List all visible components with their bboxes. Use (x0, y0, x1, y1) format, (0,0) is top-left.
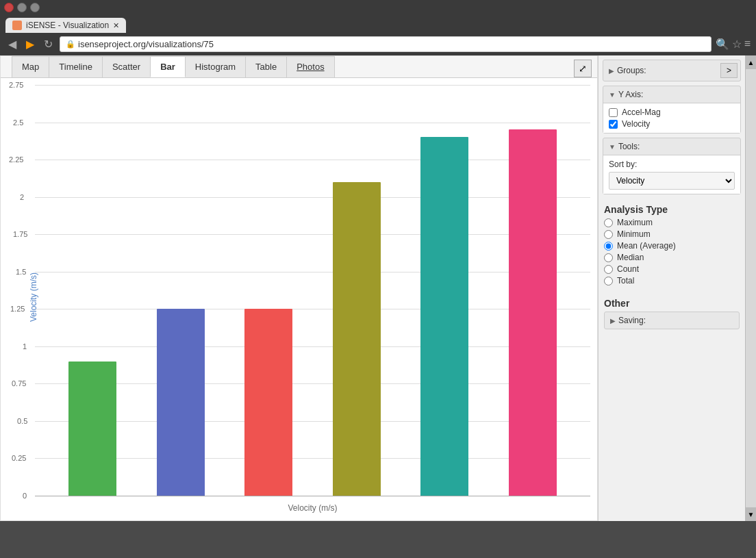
groups-label: Groups: (617, 66, 646, 75)
other-title: Other (604, 298, 740, 309)
radio-count[interactable] (604, 265, 613, 274)
radio-minimum[interactable] (604, 230, 613, 239)
chart-area: Map Timeline Scatter Bar Histogram Table… (0, 55, 598, 521)
tools-header[interactable]: ▼ Tools: (603, 138, 740, 155)
tools-arrow: ▼ (609, 143, 616, 151)
accel-mag-label: Accel-Mag (622, 107, 661, 117)
lock-icon: 🔒 (66, 40, 75, 49)
groups-header[interactable]: ▶ Groups: (603, 62, 718, 79)
tab-timeline[interactable]: Timeline (49, 56, 103, 77)
option-count: Count (604, 264, 740, 274)
tab-favicon (12, 21, 22, 30)
tab-histogram[interactable]: Histogram (185, 56, 246, 77)
scroll-up[interactable]: ▲ (746, 55, 756, 69)
other-section: Other ▶ Saving: (603, 292, 741, 332)
velocity-checkbox[interactable] (609, 120, 618, 129)
bars-container (49, 85, 577, 496)
tab-table[interactable]: Table (245, 56, 287, 77)
maximize-btn[interactable] (30, 3, 40, 12)
velocity-item: Velocity (609, 119, 735, 129)
groups-btn[interactable]: > (720, 63, 738, 78)
x-axis-label: Velocity (m/s) (35, 503, 590, 513)
groups-arrow: ▶ (609, 67, 614, 75)
bookmark-icon[interactable]: ☆ (732, 38, 742, 51)
y-axis-label: Velocity (m/s) (29, 272, 38, 322)
yaxis-label: Y Axis: (618, 90, 643, 99)
yaxis-arrow: ▼ (609, 91, 616, 99)
forward-button[interactable]: ▶ (23, 36, 37, 52)
search-icon[interactable]: 🔍 (716, 38, 729, 51)
option-total: Total (604, 276, 740, 286)
accel-mag-checkbox[interactable] (609, 108, 618, 117)
sort-select[interactable]: Velocity Accel-Mag (609, 172, 735, 190)
tab-scatter[interactable]: Scatter (102, 56, 151, 77)
tab-bar[interactable]: Bar (150, 56, 186, 77)
option-minimum: Minimum (604, 229, 740, 239)
option-median: Median (604, 253, 740, 262)
radio-total[interactable] (604, 277, 613, 286)
reload-button[interactable]: ↻ (41, 36, 55, 52)
yaxis-content: Accel-Mag Velocity (603, 103, 740, 133)
url-text: isenseproject.org/visualizations/75 (78, 39, 214, 49)
analysis-type-section: Analysis Type Maximum Minimum Mean (Aver… (603, 199, 741, 288)
tab-title: iSENSE - Visualization (26, 21, 109, 30)
analysis-type-title: Analysis Type (604, 204, 740, 215)
tab-map[interactable]: Map (12, 56, 49, 77)
bar-6 (509, 129, 557, 496)
tab-close-btn[interactable]: ✕ (113, 21, 119, 30)
browser-tab[interactable]: iSENSE - Visualization ✕ (5, 18, 126, 33)
accel-mag-item: Accel-Mag (609, 107, 735, 117)
tools-content: Sort by: Velocity Accel-Mag (603, 155, 740, 194)
bar-3 (244, 309, 292, 496)
bar-5 (420, 137, 468, 496)
yaxis-header[interactable]: ▼ Y Axis: (603, 86, 740, 103)
radio-maximum[interactable] (604, 218, 613, 227)
saving-label: Saving: (618, 316, 646, 325)
label-count: Count (617, 264, 639, 274)
label-minimum: Minimum (617, 229, 651, 239)
tab-photos[interactable]: Photos (286, 56, 334, 77)
option-mean: Mean (Average) (604, 241, 740, 251)
bar-2 (157, 309, 205, 496)
address-bar[interactable]: 🔒 isenseproject.org/visualizations/75 (60, 36, 711, 52)
back-button[interactable]: ◀ (5, 36, 19, 52)
analysis-type-options: Maximum Minimum Mean (Average) Median Co… (604, 218, 740, 286)
close-btn[interactable] (4, 3, 14, 12)
scrollbar[interactable]: ▲ ▼ (745, 55, 756, 521)
saving-header[interactable]: ▶ Saving: (605, 312, 739, 329)
label-median: Median (617, 253, 644, 262)
yaxis-section: ▼ Y Axis: Accel-Mag Velocity (603, 86, 741, 134)
minimize-btn[interactable] (17, 3, 27, 12)
expand-button[interactable]: ⤢ (574, 60, 592, 77)
sort-by-label: Sort by: (609, 160, 735, 169)
right-panel: ▶ Groups: > ▼ Y Axis: Accel-Mag Velocity (598, 55, 745, 521)
bar-1 (68, 362, 116, 496)
radio-median[interactable] (604, 253, 613, 262)
bar-4 (333, 182, 381, 496)
velocity-label: Velocity (622, 119, 650, 129)
label-maximum: Maximum (617, 218, 653, 227)
label-mean: Mean (Average) (617, 241, 676, 251)
scroll-down[interactable]: ▼ (746, 507, 756, 521)
radio-mean[interactable] (604, 242, 613, 251)
menu-icon[interactable]: ≡ (744, 38, 751, 51)
tools-section: ▼ Tools: Sort by: Velocity Accel-Mag (603, 138, 741, 194)
saving-section: ▶ Saving: (604, 312, 740, 329)
tools-label: Tools: (618, 142, 640, 151)
saving-arrow: ▶ (610, 317, 616, 325)
option-maximum: Maximum (604, 218, 740, 227)
groups-section: ▶ Groups: > (603, 60, 741, 81)
label-total: Total (617, 276, 634, 286)
